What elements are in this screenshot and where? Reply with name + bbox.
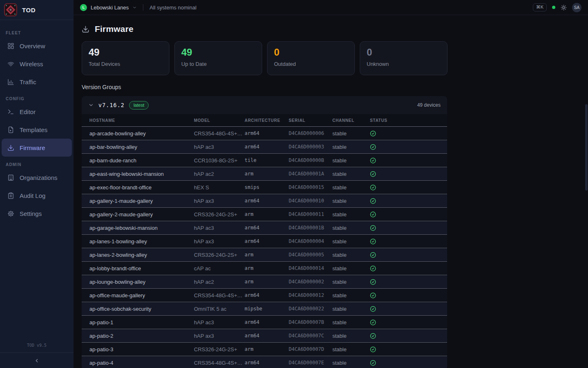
device-model: hAP ac3	[194, 319, 245, 325]
chevron-left-icon	[34, 358, 40, 364]
device-architecture: arm64	[245, 360, 289, 366]
device-channel: stable	[332, 333, 370, 339]
device-architecture: arm64	[245, 144, 289, 150]
sidebar-footer: TOD v9.5	[0, 340, 74, 368]
check-circle-icon	[370, 306, 447, 312]
device-row[interactable]: ap-bar-bowling-alley hAP ac3 arm64 D4CA6…	[82, 140, 447, 154]
sidebar-nav: FLEET Overview Wireless Traffic CONFIG E…	[0, 20, 74, 222]
device-hostname: ap-office-maude-gallery	[89, 292, 194, 298]
device-model: hAP ax3	[194, 333, 245, 339]
sidebar-item-traffic[interactable]: Traffic	[2, 73, 72, 91]
device-architecture: smips	[245, 184, 289, 190]
stat-value: 0	[274, 47, 348, 58]
device-model: CRS326-24G-2S+	[194, 211, 245, 218]
device-hostname: ap-patio-4	[89, 360, 194, 366]
sidebar-item-organizations[interactable]: Organizations	[2, 168, 72, 186]
column-header-hostname: HOSTNAME	[89, 118, 194, 123]
device-row[interactable]: ap-lanes-2-bowling-alley CRS326-24G-2S+ …	[82, 248, 447, 262]
nav-section-label: ADMIN	[6, 162, 74, 167]
check-circle-icon	[370, 279, 447, 285]
sidebar-item-templates[interactable]: Templates	[2, 121, 72, 139]
device-row[interactable]: ap-patio-2 hAP ax3 arm64 D4CA6D00007C st…	[82, 329, 447, 343]
table-body: ap-arcade-bowling-alley CRS354-48G-4S+… …	[82, 127, 447, 368]
sidebar-item-firmware[interactable]: Firmware	[2, 139, 72, 157]
device-hostname: ap-office-sobchak-security	[89, 306, 194, 312]
device-row[interactable]: ap-office-maude-gallery CRS354-48G-4S+… …	[82, 289, 447, 302]
latest-badge: latest	[129, 101, 149, 110]
nav-section-label: FLEET	[6, 31, 74, 35]
device-serial: D4CA6D000012	[289, 292, 332, 298]
device-serial: D4CA6D00007C	[289, 333, 332, 339]
device-model: hAP ac3	[194, 225, 245, 231]
device-hostname: ap-bar-bowling-alley	[89, 144, 194, 150]
device-serial: D4CA6D00007E	[289, 360, 332, 366]
device-serial: D4CA6D00007B	[289, 319, 332, 325]
stat-card: 0 Unknown	[360, 41, 448, 75]
check-circle-icon	[370, 157, 447, 164]
building-icon	[7, 174, 14, 181]
device-row[interactable]: ap-lounge-bowling-alley hAP ac2 arm D4CA…	[82, 275, 447, 289]
version-group-header[interactable]: v7.16.2 latest 49 devices	[82, 96, 447, 114]
theme-toggle-button[interactable]	[561, 4, 567, 11]
device-row[interactable]: ap-office-sobchak-security OmniTIK 5 ac …	[82, 302, 447, 316]
wifi-icon	[7, 61, 14, 67]
version-groups-heading: Version Groups	[82, 84, 588, 90]
device-row[interactable]: ap-lanes-1-bowling-alley hAP ax3 arm64 D…	[82, 235, 447, 248]
device-model: OmniTIK 5 ac	[194, 306, 245, 312]
device-row[interactable]: ap-barn-dude-ranch CCR1036-8G-2S+ tile D…	[82, 154, 447, 167]
device-row[interactable]: ap-gallery-1-maude-gallery hAP ax3 arm64…	[82, 194, 447, 208]
device-row[interactable]: ap-patio-4 CRS354-48G-4S+… arm64 D4CA6D0…	[82, 356, 447, 368]
sun-icon	[561, 4, 567, 11]
bar-chart-icon	[7, 79, 14, 85]
device-row[interactable]: ap-arcade-bowling-alley CRS354-48G-4S+… …	[82, 127, 447, 140]
device-channel: stable	[332, 225, 370, 231]
device-hostname: ap-lanes-1-bowling-alley	[89, 238, 194, 245]
user-avatar[interactable]: SA	[572, 3, 581, 12]
device-hostname: ap-barn-dude-ranch	[89, 157, 194, 164]
check-circle-icon	[370, 252, 447, 258]
device-serial: D4CA6D00007D	[289, 346, 332, 352]
device-architecture: arm	[245, 265, 289, 271]
org-switcher[interactable]: L Lebowski Lanes	[80, 4, 137, 11]
device-architecture: arm64	[245, 198, 289, 204]
vertical-scrollbar[interactable]	[585, 104, 588, 191]
sidebar-item-settings[interactable]: Settings	[2, 204, 72, 222]
page-title: Firmware	[95, 24, 134, 34]
device-row[interactable]: ap-patio-3 CRS326-24G-2S+ arm D4CA6D0000…	[82, 343, 447, 356]
device-channel: stable	[332, 184, 370, 191]
stat-card: 49 Up to Date	[174, 41, 262, 75]
device-row[interactable]: ap-lobby-brandt-office cAP ac arm D4CA6D…	[82, 262, 447, 275]
sidebar-item-wireless[interactable]: Wireless	[2, 55, 72, 73]
device-channel: stable	[332, 306, 370, 312]
sidebar-item-label: Editor	[20, 108, 36, 115]
check-circle-icon	[370, 333, 447, 339]
device-channel: stable	[332, 238, 370, 245]
device-hostname: ap-lanes-2-bowling-alley	[89, 252, 194, 258]
sidebar-item-label: Settings	[20, 210, 42, 217]
sidebar-item-label: Wireless	[20, 61, 43, 67]
download-icon	[82, 25, 89, 33]
device-model: CRS354-48G-4S+…	[194, 292, 245, 298]
device-row[interactable]: ap-east-wing-lebowski-mansion hAP ac2 ar…	[82, 167, 447, 181]
check-circle-icon	[370, 171, 447, 177]
device-serial: D4CA6D000015	[289, 184, 332, 190]
device-row[interactable]: ap-gallery-2-maude-gallery CRS326-24G-2S…	[82, 208, 447, 221]
column-header-channel: CHANNEL	[332, 118, 370, 123]
device-architecture: arm	[245, 346, 289, 352]
device-row[interactable]: ap-patio-1 hAP ac3 arm64 D4CA6D00007B st…	[82, 316, 447, 329]
device-hostname: ap-lobby-brandt-office	[89, 265, 194, 272]
sidebar-item-overview[interactable]: Overview	[2, 37, 72, 55]
device-serial: D4CA6D000010	[289, 198, 332, 204]
version-group-card: v7.16.2 latest 49 devices HOSTNAMEMODELA…	[82, 96, 447, 368]
sidebar-item-label: Firmware	[20, 144, 45, 151]
check-circle-icon	[370, 130, 447, 137]
device-row[interactable]: ap-garage-lebowski-mansion hAP ac3 arm64…	[82, 221, 447, 235]
command-palette-shortcut[interactable]: ⌘K	[533, 3, 547, 11]
device-serial: D4CA6D000022	[289, 306, 332, 312]
device-architecture: arm	[245, 279, 289, 285]
device-row[interactable]: ap-exec-floor-brandt-office hEX S smips …	[82, 181, 447, 194]
device-architecture: arm	[245, 171, 289, 177]
sidebar-collapse-button[interactable]	[0, 352, 74, 368]
sidebar-item-editor[interactable]: Editor	[2, 103, 72, 121]
sidebar-item-audit-log[interactable]: Audit Log	[2, 186, 72, 204]
